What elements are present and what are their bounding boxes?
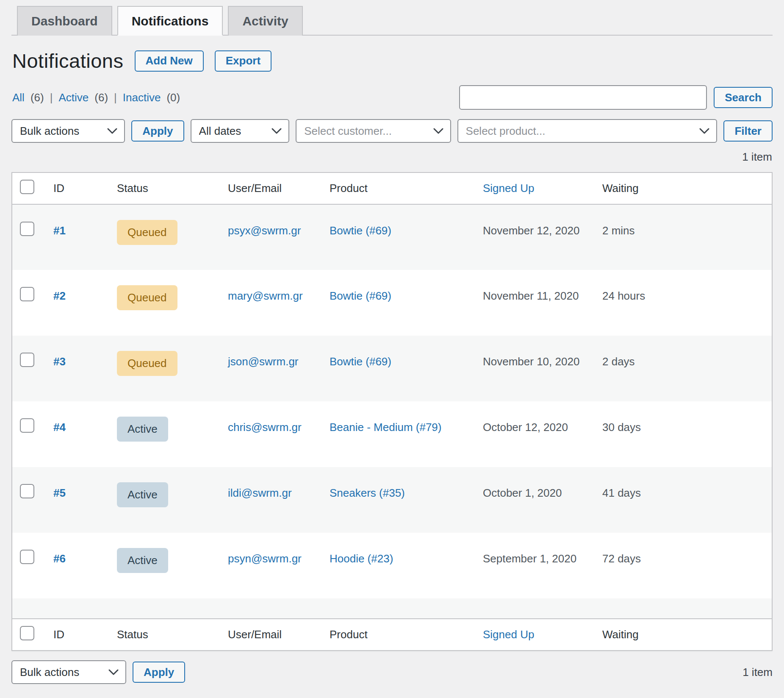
item-count-bottom: 1 item [742, 666, 773, 679]
notification-id-link[interactable]: #2 [53, 289, 66, 302]
search-button[interactable]: Search [714, 87, 773, 108]
bottom-bar: Bulk actions Apply 1 item [11, 660, 773, 684]
signed-up-date: November 12, 2020 [483, 224, 579, 237]
table-row: #5 Active ildi@swrm.gr Sneakers (#35) Oc… [12, 467, 772, 533]
bulk-actions-select-bottom[interactable]: Bulk actions [11, 660, 126, 684]
notification-id-link[interactable]: #4 [53, 421, 66, 434]
notification-id-link[interactable]: #6 [53, 552, 66, 565]
row-checkbox[interactable] [20, 550, 34, 564]
add-new-button[interactable]: Add New [135, 50, 204, 72]
customer-filter-select[interactable]: Select customer... [296, 119, 451, 143]
filters-toolbar: Bulk actions Apply All dates Select cust… [11, 119, 773, 143]
notifications-table: ID Status User/Email Product Signed Up W… [11, 172, 773, 651]
status-badge: Active [117, 417, 168, 442]
row-checkbox[interactable] [20, 484, 34, 498]
user-email-link[interactable]: psyn@swrm.gr [228, 552, 302, 565]
column-status: Status [107, 172, 218, 204]
waiting-value: 72 days [602, 552, 641, 565]
table-footer: ID Status User/Email Product Signed Up W… [12, 619, 772, 651]
view-all-count: (6) [30, 91, 44, 104]
column-signed-up-sort-link[interactable]: Signed Up [483, 182, 534, 195]
product-link[interactable]: Bowtie (#69) [330, 224, 391, 237]
signed-up-date: November 11, 2020 [483, 289, 579, 302]
select-all-checkbox-footer[interactable] [20, 626, 34, 640]
row-checkbox[interactable] [20, 418, 34, 433]
column-waiting-footer: Waiting [592, 619, 772, 651]
tab-bar: Dashboard Notifications Activity [11, 6, 773, 36]
table-body: #1 Queued psyx@swrm.gr Bowtie (#69) Nove… [12, 204, 772, 619]
column-waiting: Waiting [592, 172, 772, 204]
search-box: Search [459, 85, 773, 110]
apply-button-bottom[interactable]: Apply [133, 662, 185, 683]
tab-activity[interactable]: Activity [228, 6, 302, 36]
waiting-value: 24 hours [602, 289, 645, 302]
user-email-link[interactable]: chris@swrm.gr [228, 421, 302, 434]
product-link[interactable]: Bowtie (#69) [330, 289, 391, 302]
status-badge: Active [117, 482, 168, 507]
row-checkbox[interactable] [20, 222, 34, 236]
column-signed-up-sort-link-footer[interactable]: Signed Up [483, 628, 534, 641]
notifications-page: Dashboard Notifications Activity Notific… [0, 0, 784, 684]
dates-filter-select[interactable]: All dates [191, 119, 290, 143]
spacer-cell [12, 598, 772, 619]
page-title: Notifications [12, 49, 124, 72]
column-status-footer: Status [107, 619, 218, 651]
view-filters: All (6) | Active (6) | Inactive (0) [11, 91, 180, 104]
table-row: #6 Active psyn@swrm.gr Hoodie (#23) Sept… [12, 533, 772, 598]
table-row: #1 Queued psyx@swrm.gr Bowtie (#69) Nove… [12, 204, 772, 270]
tab-dashboard[interactable]: Dashboard [17, 6, 112, 36]
bulk-actions-select[interactable]: Bulk actions [11, 119, 125, 143]
view-separator: | [114, 91, 117, 104]
view-inactive-link[interactable]: Inactive [123, 91, 161, 104]
status-badge: Active [117, 548, 168, 573]
user-email-link[interactable]: json@swrm.gr [228, 355, 299, 368]
view-separator: | [50, 91, 53, 104]
column-product: Product [319, 172, 473, 204]
title-row: Notifications Add New Export [12, 49, 773, 72]
product-link[interactable]: Bowtie (#69) [330, 355, 391, 368]
product-filter-select[interactable]: Select product... [457, 119, 718, 143]
item-count: 1 item [11, 150, 772, 164]
row-checkbox[interactable] [20, 353, 34, 367]
view-all-link[interactable]: All [12, 91, 25, 104]
views-search-row: All (6) | Active (6) | Inactive (0) Sear… [11, 85, 773, 110]
row-checkbox[interactable] [20, 287, 34, 301]
waiting-value: 2 days [602, 355, 635, 368]
export-button[interactable]: Export [215, 50, 271, 72]
waiting-value: 30 days [602, 421, 641, 434]
spacer-row [12, 598, 772, 619]
status-badge: Queued [117, 220, 177, 245]
user-email-link[interactable]: mary@swrm.gr [228, 289, 303, 302]
notification-id-link[interactable]: #3 [53, 355, 66, 368]
column-user-email: User/Email [218, 172, 319, 204]
search-input[interactable] [459, 85, 707, 110]
column-user-email-footer: User/Email [218, 619, 319, 651]
select-all-checkbox[interactable] [20, 180, 34, 194]
user-email-link[interactable]: ildi@swrm.gr [228, 487, 292, 499]
table-row: #4 Active chris@swrm.gr Beanie - Medium … [12, 401, 772, 467]
view-active-count: (6) [94, 91, 108, 104]
notification-id-link[interactable]: #1 [53, 224, 66, 237]
signed-up-date: October 1, 2020 [483, 487, 562, 499]
apply-button[interactable]: Apply [131, 120, 184, 142]
signed-up-date: October 12, 2020 [483, 421, 568, 434]
column-id: ID [43, 172, 107, 204]
table-row: #2 Queued mary@swrm.gr Bowtie (#69) Nove… [12, 270, 772, 336]
tab-notifications[interactable]: Notifications [117, 6, 223, 36]
user-email-link[interactable]: psyx@swrm.gr [228, 224, 301, 237]
waiting-value: 2 mins [602, 224, 635, 237]
column-product-footer: Product [319, 619, 473, 651]
filter-button[interactable]: Filter [723, 120, 773, 142]
table-row: #3 Queued json@swrm.gr Bowtie (#69) Nove… [12, 336, 772, 401]
view-active-link[interactable]: Active [58, 91, 89, 104]
signed-up-date: November 10, 2020 [483, 355, 579, 368]
notification-id-link[interactable]: #5 [53, 487, 66, 499]
view-inactive-count: (0) [166, 91, 180, 104]
signed-up-date: September 1, 2020 [483, 552, 576, 565]
product-link[interactable]: Beanie - Medium (#79) [330, 421, 441, 434]
product-link[interactable]: Sneakers (#35) [330, 487, 405, 499]
column-id-footer: ID [43, 619, 107, 651]
status-badge: Queued [117, 285, 177, 310]
status-badge: Queued [117, 351, 177, 376]
product-link[interactable]: Hoodie (#23) [330, 552, 393, 565]
